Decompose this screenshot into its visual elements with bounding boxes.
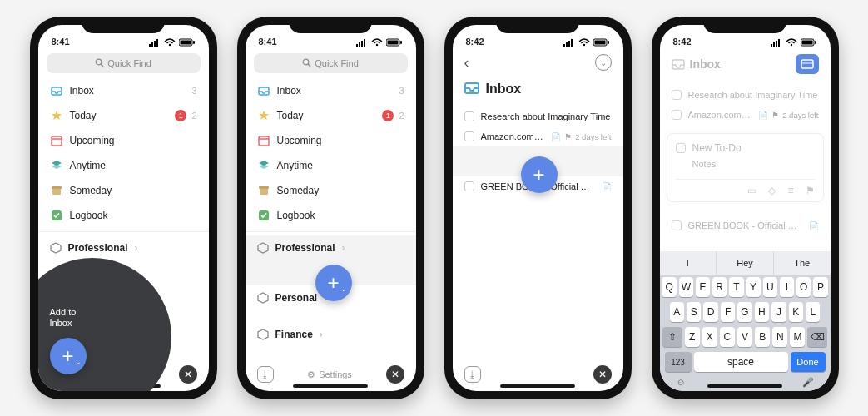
- suggestion[interactable]: The: [774, 251, 831, 275]
- nav-upcoming[interactable]: Upcoming: [246, 128, 416, 153]
- add-button[interactable]: + ⌄: [50, 338, 87, 374]
- area-professional[interactable]: Professional ›: [38, 235, 209, 260]
- key[interactable]: Q: [662, 277, 676, 297]
- checkbox[interactable]: [672, 220, 682, 230]
- nav-label: Today: [277, 110, 376, 121]
- key[interactable]: R: [712, 277, 727, 297]
- more-button[interactable]: ⌄: [595, 54, 612, 71]
- key[interactable]: X: [702, 327, 717, 347]
- home-indicator: [707, 384, 782, 388]
- key[interactable]: F: [721, 302, 735, 322]
- cards-button[interactable]: [796, 54, 819, 74]
- quick-find[interactable]: Quick Find: [254, 53, 408, 73]
- signal-icon: [563, 38, 575, 47]
- box-icon: [50, 184, 63, 197]
- archive-button[interactable]: ⭳: [257, 366, 274, 383]
- key[interactable]: L: [806, 302, 820, 322]
- task-row[interactable]: Amazon.com Associat... 📄 ⚑ 2 days left: [453, 126, 623, 146]
- checkbox[interactable]: [672, 90, 682, 100]
- nav-upcoming[interactable]: Upcoming: [38, 128, 209, 153]
- suggestion[interactable]: I: [660, 251, 717, 275]
- area-finance[interactable]: Finance ›: [246, 322, 416, 347]
- key[interactable]: K: [789, 302, 803, 322]
- done-key[interactable]: Done: [791, 352, 826, 372]
- checkbox[interactable]: [464, 111, 474, 121]
- back-button[interactable]: ‹: [464, 54, 469, 72]
- key[interactable]: O: [796, 277, 811, 297]
- flag-icon[interactable]: ⚑: [806, 185, 815, 196]
- plus-icon: +: [62, 346, 73, 366]
- nav-anytime[interactable]: Anytime: [246, 153, 416, 178]
- nav-today[interactable]: Today 1 2: [38, 103, 209, 128]
- key[interactable]: N: [772, 327, 787, 347]
- settings-link[interactable]: ⚙ Settings: [274, 369, 386, 380]
- caret-down-icon: ⌄: [75, 358, 82, 366]
- key[interactable]: H: [755, 302, 769, 322]
- mic-key[interactable]: 🎤: [802, 377, 814, 388]
- backspace-key[interactable]: ⌫: [807, 327, 827, 347]
- calendar-icon: [257, 134, 270, 147]
- checkbox[interactable]: [464, 131, 474, 141]
- tag-icon[interactable]: ◇: [768, 185, 776, 196]
- key[interactable]: C: [720, 327, 735, 347]
- add-button-dragging[interactable]: + ⌄: [315, 265, 352, 301]
- key[interactable]: E: [696, 277, 710, 297]
- nav-inbox[interactable]: Inbox 3: [246, 78, 416, 103]
- search-icon: [95, 58, 104, 69]
- nav-inbox[interactable]: Inbox 3: [38, 78, 209, 103]
- task-row[interactable]: Research about Imaginary Time: [660, 85, 831, 105]
- checkbox[interactable]: [464, 181, 474, 191]
- checkbox[interactable]: [672, 110, 682, 120]
- close-button[interactable]: ✕: [593, 365, 612, 384]
- key[interactable]: S: [687, 302, 701, 322]
- num-key[interactable]: 123: [665, 352, 692, 372]
- plus-icon: +: [327, 273, 339, 293]
- nav-someday[interactable]: Someday: [38, 178, 209, 203]
- key[interactable]: W: [679, 277, 693, 297]
- key[interactable]: Y: [746, 277, 761, 297]
- close-button[interactable]: ✕: [179, 365, 197, 384]
- emoji-key[interactable]: ☺: [677, 377, 686, 388]
- suggestion-bar[interactable]: I Hey The: [660, 251, 831, 275]
- suggestion[interactable]: Hey: [717, 251, 774, 275]
- archive-button[interactable]: ⭳: [464, 366, 481, 383]
- task-row[interactable]: Amazon.com Associat... 📄 ⚑ 2 days left: [660, 105, 831, 125]
- svg-rect-45: [566, 42, 568, 47]
- checkbox[interactable]: [676, 143, 686, 153]
- keyboard[interactable]: I Hey The Q W E R T Y U I O P A: [660, 251, 831, 391]
- nav-label: Anytime: [70, 160, 197, 171]
- key[interactable]: G: [737, 302, 751, 322]
- add-button-dragging[interactable]: +: [521, 156, 558, 193]
- nav-anytime[interactable]: Anytime: [38, 153, 209, 178]
- shift-key[interactable]: ⇧: [662, 327, 682, 347]
- nav-today[interactable]: Today 1 2: [246, 103, 416, 128]
- checklist-icon[interactable]: ≡: [787, 185, 793, 196]
- battery-icon: [179, 38, 196, 47]
- key[interactable]: D: [703, 302, 717, 322]
- svg-marker-41: [258, 243, 268, 253]
- key[interactable]: V: [737, 327, 752, 347]
- key[interactable]: Z: [685, 327, 700, 347]
- nav-someday[interactable]: Someday: [246, 178, 416, 203]
- key[interactable]: U: [763, 277, 777, 297]
- nav-logbook[interactable]: Logbook: [246, 203, 416, 228]
- space-key[interactable]: space: [694, 352, 788, 372]
- calendar-icon[interactable]: ▭: [747, 185, 756, 196]
- key[interactable]: B: [755, 327, 770, 347]
- area-professional[interactable]: Professional ›: [246, 235, 416, 260]
- key[interactable]: T: [729, 277, 743, 297]
- key[interactable]: I: [780, 277, 794, 297]
- key[interactable]: M: [790, 327, 805, 347]
- notes-placeholder: Notes: [676, 154, 815, 179]
- key[interactable]: P: [813, 277, 827, 297]
- key[interactable]: A: [670, 302, 684, 322]
- nav-logbook[interactable]: Logbook: [38, 203, 209, 228]
- task-row[interactable]: Research about Imaginary Time: [453, 106, 623, 126]
- new-todo-card[interactable]: New To-Do Notes ▭ ◇ ≡ ⚑: [667, 133, 824, 202]
- task-row[interactable]: GREEN BOOK - Official Trailer [HD... 📄: [660, 215, 831, 235]
- quick-find[interactable]: Quick Find: [47, 53, 201, 73]
- key[interactable]: J: [771, 302, 786, 322]
- title-text: Inbox: [690, 57, 721, 71]
- close-button[interactable]: ✕: [386, 365, 404, 384]
- bubble-label: Add to Inbox: [50, 307, 77, 330]
